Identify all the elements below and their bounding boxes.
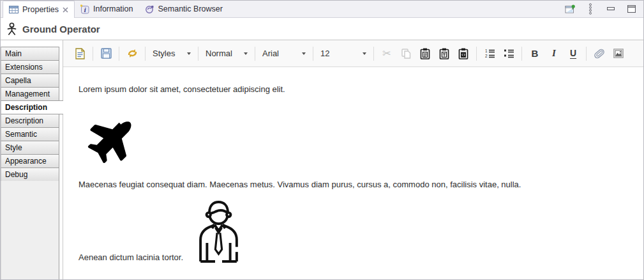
italic-label: I bbox=[552, 48, 556, 59]
sidebar-item-appearance[interactable]: Appearance bbox=[1, 154, 59, 168]
chevron-down-icon bbox=[363, 52, 366, 55]
paragraph: Maecenas feugiat consequat diam. Maecena… bbox=[79, 180, 633, 189]
paragraph-with-image: Aenean dictum lacinia tortor. bbox=[79, 198, 633, 264]
refresh-icon bbox=[126, 48, 139, 59]
scissors-icon: ✂ bbox=[382, 47, 391, 59]
pin-editor-button[interactable] bbox=[564, 3, 576, 15]
image-icon bbox=[613, 49, 624, 58]
paste-button[interactable] bbox=[418, 47, 432, 61]
tab-label: Information bbox=[93, 4, 133, 13]
description-editor: Styles Normal Arial 12 bbox=[63, 40, 643, 279]
view-menu-icon bbox=[588, 3, 592, 15]
minimize-icon bbox=[607, 7, 615, 11]
toolbar-separator bbox=[145, 47, 146, 61]
tab-properties[interactable]: Properties bbox=[3, 1, 75, 18]
toolbar-separator bbox=[373, 47, 374, 61]
underline-label: U bbox=[570, 49, 576, 59]
sidebar-item-description[interactable]: Description bbox=[1, 114, 59, 128]
copy-button bbox=[399, 47, 413, 61]
copy-icon bbox=[401, 49, 411, 59]
numbered-list-icon: 1 2 bbox=[484, 49, 495, 58]
insert-image-button[interactable] bbox=[611, 47, 625, 61]
tab-label: Semantic Browser bbox=[158, 4, 223, 13]
document-icon bbox=[75, 48, 85, 59]
tab-information[interactable]: i Information bbox=[75, 1, 139, 17]
toolbar-separator bbox=[476, 47, 477, 61]
sidebar-item-main[interactable]: Main bbox=[1, 47, 59, 61]
actor-icon bbox=[6, 22, 17, 36]
paste-from-word-button[interactable] bbox=[456, 47, 470, 61]
sidebar-item-semantic[interactable]: Semantic bbox=[1, 127, 59, 141]
numbered-list-button[interactable]: 1 2 bbox=[483, 47, 497, 61]
sidebar-item-debug[interactable]: Debug bbox=[1, 167, 59, 182]
maximize-button[interactable] bbox=[625, 3, 637, 15]
font-size-value: 12 bbox=[320, 49, 329, 58]
main-area: Main Extensions Capella Management Descr… bbox=[1, 40, 643, 279]
toolbar-separator bbox=[255, 47, 255, 61]
info-icon: i bbox=[80, 4, 89, 14]
save-icon bbox=[101, 48, 112, 59]
paragraph-format-value: Normal bbox=[206, 49, 232, 58]
close-icon[interactable] bbox=[63, 7, 68, 13]
paste-icon bbox=[420, 48, 430, 59]
toolbar-separator bbox=[93, 47, 93, 61]
paste-word-icon bbox=[458, 48, 468, 59]
property-tabs-sidebar: Main Extensions Capella Management Descr… bbox=[1, 40, 63, 279]
richtext-toolbar: Styles Normal Arial 12 bbox=[63, 40, 643, 67]
svg-text:2: 2 bbox=[485, 54, 488, 58]
toolbar-separator bbox=[521, 47, 522, 61]
chevron-down-icon bbox=[187, 52, 191, 55]
sidebar-filler bbox=[1, 181, 59, 279]
table-icon bbox=[9, 6, 19, 13]
businessman-image[interactable] bbox=[193, 198, 244, 264]
sidebar-item-extensions[interactable]: Extensions bbox=[1, 60, 59, 74]
underline-button[interactable]: U bbox=[566, 47, 580, 61]
paragraph: Aenean dictum lacinia tortor. bbox=[79, 253, 183, 264]
tab-label: Properties bbox=[22, 5, 59, 14]
sidebar-item-description-active[interactable]: Description bbox=[1, 100, 63, 114]
toolbar-separator bbox=[198, 47, 198, 61]
toolbar-separator bbox=[313, 47, 313, 61]
paste-as-text-button[interactable] bbox=[437, 47, 451, 61]
source-document-button[interactable] bbox=[73, 47, 87, 61]
view-menu-button[interactable] bbox=[585, 3, 596, 15]
attach-link-button[interactable] bbox=[592, 47, 606, 61]
italic-button[interactable]: I bbox=[547, 47, 561, 61]
maximize-icon bbox=[627, 5, 636, 13]
styles-dropdown[interactable]: Styles bbox=[151, 49, 192, 58]
paste-text-icon bbox=[439, 48, 449, 59]
bold-label: B bbox=[532, 48, 539, 59]
paperclip-icon bbox=[592, 49, 606, 59]
chevron-down-icon bbox=[302, 52, 306, 55]
element-header: Ground Operator bbox=[1, 18, 643, 40]
font-size-dropdown[interactable]: 12 bbox=[319, 49, 368, 58]
chevron-down-icon bbox=[244, 52, 248, 55]
save-button[interactable] bbox=[99, 47, 113, 61]
properties-view: Properties i Information Semantic Browse… bbox=[0, 0, 644, 280]
styles-dropdown-value: Styles bbox=[153, 49, 175, 58]
refresh-button[interactable] bbox=[125, 47, 139, 61]
sidebar-item-capella[interactable]: Capella bbox=[1, 74, 59, 88]
paragraph: Lorem ipsum dolor sit amet, consectetuer… bbox=[79, 84, 633, 94]
font-family-dropdown[interactable]: Arial bbox=[261, 49, 307, 58]
svg-text:i: i bbox=[84, 6, 86, 13]
svg-text:1: 1 bbox=[485, 49, 488, 53]
tab-semantic-browser[interactable]: Semantic Browser bbox=[139, 1, 228, 17]
bullet-list-button[interactable] bbox=[502, 47, 516, 61]
toolbar-separator bbox=[586, 47, 587, 61]
bullet-list-icon bbox=[504, 49, 514, 58]
paragraph-format-dropdown[interactable]: Normal bbox=[204, 49, 249, 58]
semantic-browser-icon bbox=[145, 4, 154, 14]
view-window-controls bbox=[564, 1, 643, 17]
sidebar-item-management[interactable]: Management bbox=[1, 87, 59, 101]
font-family-value: Arial bbox=[262, 49, 279, 58]
bold-button[interactable]: B bbox=[528, 47, 542, 61]
richtext-content[interactable]: Lorem ipsum dolor sit amet, consectetuer… bbox=[63, 67, 643, 279]
minimize-button[interactable] bbox=[605, 3, 617, 15]
toolbar-separator bbox=[119, 47, 119, 61]
airplane-image[interactable] bbox=[80, 105, 144, 169]
cut-button: ✂ bbox=[380, 47, 394, 61]
pin-editor-icon bbox=[565, 4, 576, 14]
page-title: Ground Operator bbox=[22, 24, 100, 35]
sidebar-item-style[interactable]: Style bbox=[1, 141, 59, 155]
